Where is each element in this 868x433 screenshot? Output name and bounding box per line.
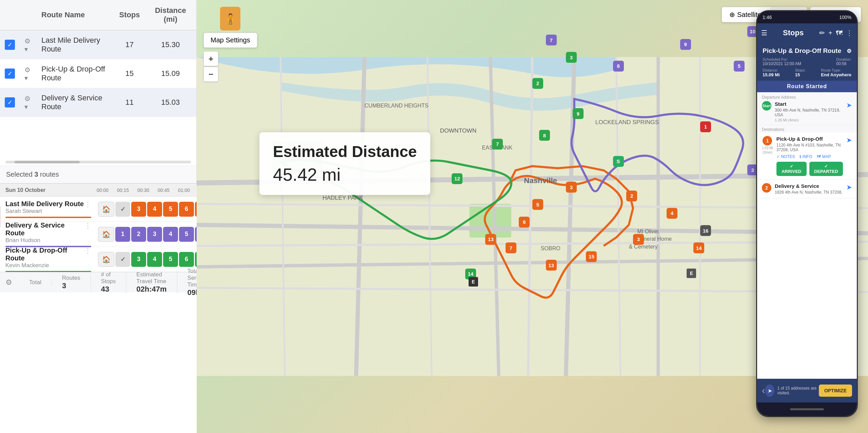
stop-1-navigate-icon[interactable]: ➤ xyxy=(846,136,852,144)
stop-home-green[interactable]: 🏠 xyxy=(98,252,114,267)
person-icon[interactable]: 🧍 xyxy=(220,7,240,31)
phone-content: Pick-Up & Drop-Off Route ⚙ Scheduled For… xyxy=(757,42,857,416)
stop-g-3[interactable]: 3 xyxy=(131,252,146,267)
route-2-stops: 15 xyxy=(114,59,144,88)
estimated-distance-title: Estimated Distance xyxy=(273,142,417,161)
route-table: Route Name Stops Distance (mi) ⚙ ▾ Last … xyxy=(0,0,196,117)
stop-1-badge: 1 xyxy=(763,136,772,145)
map-link[interactable]: 🗺 MAP xyxy=(817,154,831,159)
start-navigate-icon[interactable]: ➤ xyxy=(846,101,852,109)
green-route-menu[interactable]: ⋮ xyxy=(84,247,91,255)
phone-route-started: Route Started xyxy=(757,81,857,92)
stats-travel-time: Estimated Travel Time 02h:47m xyxy=(126,271,177,294)
stop-p-5[interactable]: 5 xyxy=(179,227,194,242)
phone-mockup: 1:46 100% ☰ Stops ✏ + 🗺 ⋮ Pick-Up & Drop… xyxy=(756,10,858,417)
phone-status-bar: 1:46 100% xyxy=(757,11,857,23)
stop-p-4[interactable]: 4 xyxy=(163,227,178,242)
stats-service-time: Total Service Time 09h:15m xyxy=(177,268,197,297)
stop-5[interactable]: 5 xyxy=(163,202,178,217)
zoom-in-map-button[interactable]: + xyxy=(203,51,218,66)
timeline-date: Sun 10 October xyxy=(0,187,97,193)
phone-distance-label: Distance: xyxy=(763,68,780,72)
route-2-name: Pick-Up & Drop-Off Route xyxy=(37,59,114,88)
route-2-checkbox[interactable] xyxy=(5,68,15,79)
stop-4[interactable]: 4 xyxy=(147,202,162,217)
route-3-settings[interactable]: ⚙ ▾ xyxy=(24,95,32,111)
start-badge: Start xyxy=(762,101,771,111)
svg-text:Nashville: Nashville xyxy=(524,176,557,185)
phone-back-arrow[interactable]: ‹ xyxy=(762,385,765,396)
phone-add-icon[interactable]: + xyxy=(828,29,832,37)
stop-1-distance-short: 1.03 Mi xyxy=(762,146,773,150)
stats-total-label: Total xyxy=(29,279,41,286)
phone-home-indicator[interactable] xyxy=(790,408,824,410)
stats-service-value: 09h:15m xyxy=(188,288,197,297)
stop-p-6[interactable]: 6 xyxy=(195,227,197,242)
info-link[interactable]: ℹ INFO xyxy=(800,154,812,159)
stop-1-title: Pick-Up & Drop-Off xyxy=(776,136,843,142)
phone-route-type-label: Route Type: xyxy=(821,68,851,72)
timeline-row-orange: Last Mile Delivery Route Sarah Stewart ⋮… xyxy=(0,197,197,222)
stats-routes: Routes 3 xyxy=(52,275,91,290)
route-2-distance: 15.09 xyxy=(145,59,196,88)
phone-edit-icon[interactable]: ✏ xyxy=(819,29,825,37)
stop-2-address: 1828 4th Ave N, Nashville, TN 37208, xyxy=(775,190,843,195)
stop-g-7[interactable]: 7 xyxy=(195,252,197,267)
stop-p-2[interactable]: 2 xyxy=(131,227,146,242)
stop-7[interactable]: 7 xyxy=(195,202,197,217)
map-settings-button[interactable]: Map Settings xyxy=(203,33,257,48)
orange-route-menu[interactable]: ⋮ xyxy=(84,200,91,208)
notes-link[interactable]: ✓ NOTES xyxy=(776,154,795,159)
stop-6[interactable]: 6 xyxy=(179,202,194,217)
stats-service-label: Total Service Time xyxy=(188,268,197,288)
stats-routes-label: Routes xyxy=(62,275,80,281)
route-1-checkbox[interactable] xyxy=(5,40,15,50)
main-container: ‹ Route Name Stops Distance (mi) ⚙ ▾ xyxy=(0,0,868,433)
zoom-out-map-button[interactable]: − xyxy=(203,67,218,82)
route-list-panel: ‹ Route Name Stops Distance (mi) ⚙ ▾ xyxy=(0,0,197,183)
stop-g-6[interactable]: 6 xyxy=(179,252,194,267)
purple-route-menu[interactable]: ⋮ xyxy=(84,221,91,230)
route-1-settings[interactable]: ⚙ ▾ xyxy=(24,37,32,53)
table-row: ⚙ ▾ Last Mile Delivery Route 17 15.30 xyxy=(0,30,196,59)
route-2-settings[interactable]: ⚙ ▾ xyxy=(24,66,32,82)
stop-1-links: ✓ NOTES ℹ INFO 🗺 MAP xyxy=(776,154,843,159)
start-stop-details: Start 300 4th Ave N, Nashville, TN 37219… xyxy=(775,101,843,122)
phone-route-title: Pick-Up & Drop-Off Route ⚙ xyxy=(763,47,851,55)
svg-text:HADLEY PARK: HADLEY PARK xyxy=(322,194,363,201)
stop-3[interactable]: 3 xyxy=(131,202,146,217)
phone-map-icon[interactable]: 🗺 xyxy=(836,29,843,37)
arrived-button[interactable]: ✓ ARRIVED xyxy=(776,162,807,176)
stop-check[interactable]: ✓ xyxy=(115,202,130,217)
stop-1-time-short: (3min) xyxy=(763,151,772,154)
svg-text:DOWNTOWN: DOWNTOWN xyxy=(440,127,476,134)
route-1-stops: 17 xyxy=(114,30,144,59)
phone-settings-icon[interactable]: ⚙ xyxy=(847,48,851,54)
stop-home[interactable]: 🏠 xyxy=(98,202,114,217)
phone-menu-icon[interactable]: ☰ xyxy=(761,29,767,37)
stop-p-1[interactable]: 1 xyxy=(115,227,130,242)
route-1-distance: 15.30 xyxy=(145,30,196,59)
stop-p-3[interactable]: 3 xyxy=(147,227,162,242)
stop-home-purple[interactable]: 🏠 xyxy=(98,227,114,242)
stats-travel-label: Estimated Travel Time xyxy=(136,271,166,285)
stats-gear-icon[interactable]: ⚙ xyxy=(5,278,12,287)
col-header-route-name: Route Name xyxy=(37,0,114,30)
stop-2-navigate-icon[interactable]: ➤ xyxy=(846,183,852,191)
departed-button[interactable]: ✓ DEPARTED xyxy=(809,162,843,176)
stop-g-4[interactable]: 4 xyxy=(147,252,162,267)
phone-more-icon[interactable]: ⋮ xyxy=(846,29,853,37)
stop-2-details: Delivery & Service 1828 4th Ave N, Nashv… xyxy=(775,183,843,195)
route-3-checkbox[interactable] xyxy=(5,97,15,107)
purple-driver-name: Brian Hudson xyxy=(5,237,84,244)
phone-route-type-value: End Anywhere xyxy=(821,72,851,77)
phone-stops-label: Stops: xyxy=(795,68,806,72)
phone-navigate-btn[interactable]: ➤ xyxy=(765,385,774,397)
stop-1-actions: ✓ ARRIVED ✓ DEPARTED xyxy=(776,162,843,176)
start-stop-distance: 1.26 Mi (4min) xyxy=(775,118,843,122)
stop-g-5[interactable]: 5 xyxy=(163,252,178,267)
purple-route-name: Delivery & Service Route xyxy=(5,221,84,237)
collapse-panel-button[interactable]: ‹ xyxy=(0,206,1,227)
optimize-button[interactable]: OPTIMIZE xyxy=(819,385,852,397)
stop-g-check[interactable]: ✓ xyxy=(115,252,130,267)
